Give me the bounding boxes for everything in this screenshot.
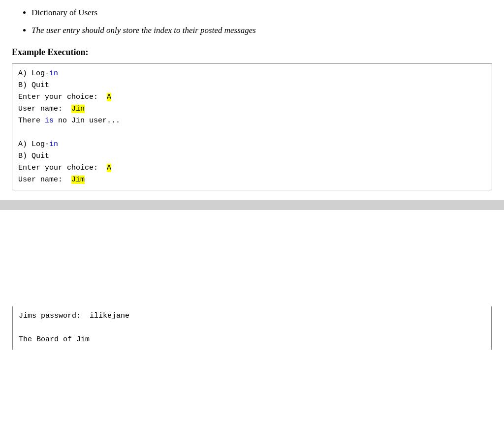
section-divider: [0, 200, 504, 210]
keyword-in-2: in: [49, 140, 58, 149]
bullet-item-2: The user entry should only store the ind…: [32, 26, 492, 35]
input-password: ilikejane: [90, 312, 129, 320]
bullet-item-1: Dictionary of Users: [32, 8, 492, 18]
code-block-lower: Jims password: ilikejane The Board of Ji…: [12, 306, 492, 350]
keyword-in-1: in: [49, 69, 58, 78]
code-block-main: A) Log-in B) Quit Enter your choice: A U…: [12, 63, 492, 190]
example-heading: Example Execution:: [12, 47, 492, 58]
spacer: [12, 218, 492, 277]
bullet-text-2: The user entry should only store the ind…: [32, 26, 256, 35]
keyword-is: is: [45, 117, 54, 125]
input-choice-1: A: [107, 93, 111, 101]
bullet-list: Dictionary of Users The user entry shoul…: [12, 8, 492, 35]
input-choice-2: A: [107, 164, 111, 172]
bullet-text-1: Dictionary of Users: [32, 8, 97, 17]
input-name-jin: Jin: [71, 105, 85, 113]
page-content: Dictionary of Users The user entry shoul…: [0, 0, 504, 190]
lower-section: Jims password: ilikejane The Board of Ji…: [0, 210, 504, 350]
input-name-jim: Jim: [71, 176, 85, 184]
line-1: A) Log-in B) Quit Enter your choice: A U…: [18, 69, 120, 184]
